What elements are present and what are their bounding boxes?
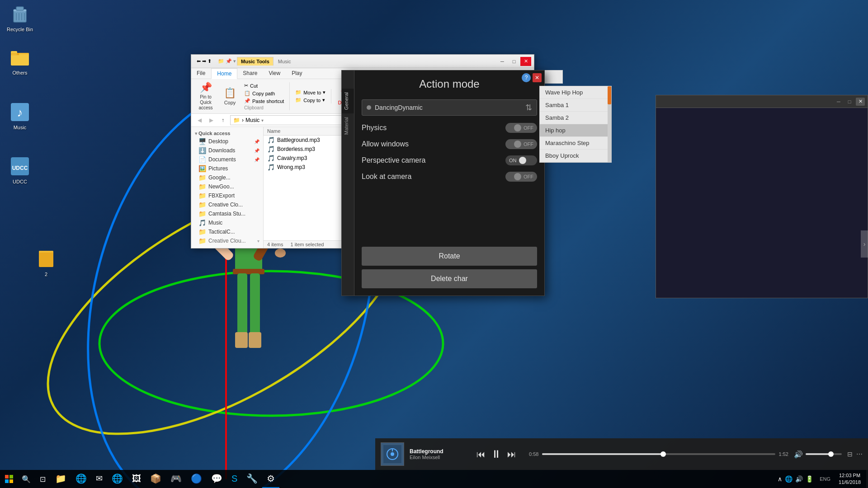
titlebar-down-arrow[interactable]: ▾: [233, 58, 236, 64]
tab-home[interactable]: Home: [211, 68, 237, 79]
taskbar-app8[interactable]: 💬: [207, 470, 227, 488]
perspective-camera-toggle[interactable]: ON: [505, 155, 537, 165]
sidebar-item-camtasia[interactable]: 📁 Camtasia Stu...: [191, 209, 263, 218]
cut-button[interactable]: ✂ Cut: [242, 82, 286, 89]
maximize-button[interactable]: □: [509, 57, 519, 66]
album-art: [381, 442, 404, 466]
volume-fill: [806, 453, 831, 455]
taskbar-chrome[interactable]: 🌐: [71, 470, 91, 488]
sidebar-item-pictures[interactable]: 🖼️ Pictures: [191, 164, 263, 173]
sidebar-item-fbxexport[interactable]: 📁 FBXExport: [191, 191, 263, 200]
volume-icon[interactable]: 🔊: [794, 450, 803, 459]
sidebar-item-music[interactable]: 🎵 Music: [191, 218, 263, 227]
copy-to-button[interactable]: 📁 Copy to ▾: [293, 97, 327, 103]
dropdown-scrollbar[interactable]: [608, 86, 611, 162]
taskbar-file-explorer[interactable]: 📁: [51, 470, 71, 488]
viewport-body: [656, 108, 868, 298]
tab-play[interactable]: Play: [286, 68, 308, 79]
taskbar-mail[interactable]: ✉: [91, 470, 107, 488]
quick-access-icon[interactable]: ⬅➡⬆: [194, 57, 214, 65]
timeline: 0:58 1:52: [529, 451, 788, 457]
search-button[interactable]: 🔍: [18, 471, 34, 487]
dropdown-item-samba2[interactable]: Samba 2: [540, 112, 611, 124]
more-options-icon[interactable]: ⋯: [856, 450, 863, 458]
look-at-camera-toggle-row: Look at camera OFF: [362, 172, 537, 182]
tray-volume[interactable]: 🔊: [795, 475, 803, 483]
viewport-close[interactable]: ✕: [856, 98, 865, 106]
taskbar-app5[interactable]: 📦: [146, 470, 166, 488]
pause-button[interactable]: ⏸: [491, 448, 502, 460]
music-tools-tab[interactable]: Music Tools: [237, 57, 274, 66]
delete-char-button[interactable]: Delete char: [362, 269, 537, 288]
up-button[interactable]: ↑: [217, 115, 228, 125]
pin-quick-access-button[interactable]: 📌 Pin to Quick access: [194, 81, 217, 112]
taskbar-app7[interactable]: 🔵: [186, 470, 207, 488]
subtitles-icon[interactable]: ⊟: [847, 450, 853, 458]
taskbar-app6[interactable]: 🎮: [166, 470, 186, 488]
sidebar-item-tactical[interactable]: 📁 TacticalC...: [191, 227, 263, 236]
volume-bar[interactable]: [806, 453, 842, 455]
sidebar-edge-button[interactable]: ›: [861, 230, 868, 258]
tab-view[interactable]: View: [263, 68, 286, 79]
paste-shortcut-button[interactable]: 📌 Paste shortcut: [242, 98, 286, 104]
sidebar-item-desktop[interactable]: 🖥️ Desktop 📌: [191, 137, 263, 146]
sidebar-item-downloads[interactable]: ⬇️ Downloads 📌: [191, 146, 263, 155]
close-button[interactable]: ✕: [520, 57, 531, 66]
physics-toggle[interactable]: OFF: [505, 123, 537, 133]
copy-path-button[interactable]: 📋 Copy path: [242, 90, 286, 97]
task-view-button[interactable]: ⊡: [34, 471, 51, 487]
volume-thumb[interactable]: [828, 451, 834, 457]
next-button[interactable]: ⏭: [507, 449, 516, 460]
animation-status-dot: [367, 105, 371, 110]
taskbar-settings[interactable]: ⚙: [262, 470, 279, 488]
amp-tab-material[interactable]: Material: [342, 113, 354, 138]
amp-tab-general[interactable]: General: [342, 89, 354, 113]
taskbar-app9[interactable]: 🔧: [242, 470, 262, 488]
progress-bar[interactable]: [542, 453, 775, 455]
amp-help-button[interactable]: ?: [522, 73, 531, 82]
taskbar-skype[interactable]: S: [227, 470, 242, 488]
action-mode-panel: ✕ ? General Material Action mode Dancing…: [341, 70, 545, 296]
tab-share[interactable]: Share: [237, 68, 263, 79]
sidebar-item-documents[interactable]: 📄 Documents 📌: [191, 155, 263, 164]
lang-indicator[interactable]: ENG: [817, 476, 833, 482]
tab-file[interactable]: File: [191, 68, 211, 79]
tray-arrow[interactable]: ∧: [778, 475, 782, 483]
minimize-button[interactable]: ─: [497, 57, 508, 66]
progress-thumb[interactable]: [660, 451, 666, 457]
svg-point-35: [275, 249, 286, 258]
animation-selector[interactable]: DancingDynamic ⇅: [362, 99, 537, 116]
dropdown-item-maraschino[interactable]: Maraschino Step: [540, 137, 611, 150]
tray-battery: 🔋: [806, 475, 813, 483]
dropdown-item-hip-hop[interactable]: Hip hop: [540, 124, 611, 137]
taskbar-ie[interactable]: 🌐: [107, 470, 127, 488]
viewport-maximize[interactable]: □: [845, 98, 854, 106]
breadcrumb-music: Music: [245, 117, 259, 123]
titlebar-folder-icon: 📁: [218, 58, 224, 64]
amp-close-button[interactable]: ✕: [533, 73, 542, 82]
clock-time: 12:03 PM: [839, 472, 861, 479]
copy-button[interactable]: 📋 Copy: [221, 86, 239, 106]
sidebar-item-newgoo[interactable]: 📁 NewGoo...: [191, 182, 263, 191]
sidebar-item-creative-cloud[interactable]: 📁 Creative Clo...: [191, 200, 263, 209]
tray-network[interactable]: 🌐: [785, 475, 793, 483]
allow-windows-label: Allow windows: [362, 140, 409, 148]
dropdown-item-wave-hip-hop[interactable]: Wave Hip Hop: [540, 86, 611, 99]
taskbar-photos[interactable]: 🖼: [127, 470, 146, 488]
viewport-minimize[interactable]: ─: [834, 98, 843, 106]
move-to-button[interactable]: 📁 Move to ▾: [293, 89, 327, 96]
look-at-camera-toggle[interactable]: OFF: [505, 172, 537, 182]
system-clock[interactable]: 12:03 PM 11/6/2018: [833, 472, 866, 486]
show-desktop-button[interactable]: [866, 470, 868, 488]
dropdown-item-bboy[interactable]: Bboy Uprock: [540, 150, 611, 162]
dropdown-item-samba1[interactable]: Samba 1: [540, 99, 611, 112]
allow-windows-toggle[interactable]: OFF: [505, 139, 537, 149]
artist-name: Eilon Meixsell: [410, 455, 464, 460]
back-button[interactable]: ◀: [194, 115, 205, 125]
previous-button[interactable]: ⏮: [476, 449, 486, 460]
rotate-button[interactable]: Rotate: [362, 247, 537, 266]
start-button[interactable]: [0, 470, 18, 488]
forward-button[interactable]: ▶: [206, 115, 217, 125]
sidebar-item-creative-cloud2[interactable]: 📁 Creative Clou... ▾: [191, 236, 263, 245]
sidebar-item-google[interactable]: 📁 Google...: [191, 173, 263, 182]
